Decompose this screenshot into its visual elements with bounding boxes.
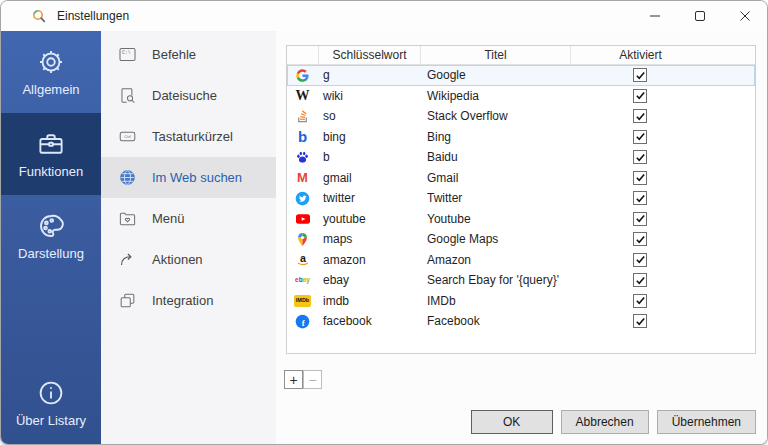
enabled-checkbox[interactable]	[633, 191, 647, 205]
sidebar-item-funktionen[interactable]: Funktionen	[1, 113, 101, 195]
menu-item-aktionen[interactable]: Aktionen	[101, 239, 276, 280]
menu-item-label: Menü	[152, 211, 185, 226]
keyword-cell: wiki	[318, 89, 420, 103]
enabled-checkbox[interactable]	[633, 171, 647, 185]
minimize-button[interactable]	[632, 1, 677, 31]
table-row[interactable]: bBaidu	[287, 147, 755, 168]
enabled-cell	[570, 253, 710, 267]
enabled-checkbox[interactable]	[633, 109, 647, 123]
check-icon	[635, 254, 646, 265]
window-title: Einstellungen	[57, 9, 129, 23]
ebay-icon: ebay	[295, 272, 311, 288]
title-cell: Google Maps	[420, 232, 570, 246]
column-header-aktiviert[interactable]: Aktiviert	[570, 46, 710, 64]
keyword-cell: facebook	[318, 314, 420, 328]
table-row[interactable]: aamazonAmazon	[287, 250, 755, 271]
ok-button[interactable]: OK	[471, 410, 553, 434]
check-icon	[635, 193, 646, 204]
table-row[interactable]: ffacebookFacebook	[287, 311, 755, 332]
list-edit-buttons: + −	[284, 370, 322, 389]
dialog-buttons: OK Abbrechen Übernehmen	[471, 410, 756, 434]
keyword-cell: maps	[318, 232, 420, 246]
twitter-icon	[295, 190, 311, 206]
column-header-icon[interactable]	[287, 46, 318, 64]
enabled-checkbox[interactable]	[633, 253, 647, 267]
sidebar-item-darstellung[interactable]: Darstellung	[1, 195, 101, 277]
row-icon-cell	[287, 231, 318, 247]
baidu-icon	[295, 149, 311, 165]
integration-icon	[118, 291, 137, 310]
add-keyword-button[interactable]: +	[284, 370, 303, 389]
svg-text:Ctrl: Ctrl	[124, 134, 130, 139]
enabled-cell	[570, 89, 710, 103]
enabled-checkbox[interactable]	[633, 68, 647, 82]
gmail-icon: M	[295, 170, 311, 186]
remove-keyword-button[interactable]: −	[303, 370, 322, 389]
menu-item-im-web-suchen[interactable]: Im Web suchen	[101, 157, 276, 198]
enabled-checkbox[interactable]	[633, 150, 647, 164]
title-cell: Amazon	[420, 253, 570, 267]
menu-item-integration[interactable]: Integration	[101, 280, 276, 321]
keyword-cell: b	[318, 150, 420, 164]
table-body: gGoogleWwikiWikipediasoStack Overflowbbi…	[287, 65, 755, 353]
menu-item-menu[interactable]: Menü	[101, 198, 276, 239]
cancel-button[interactable]: Abbrechen	[561, 410, 649, 434]
close-button[interactable]	[722, 1, 767, 31]
check-icon	[635, 131, 646, 142]
enabled-checkbox[interactable]	[633, 212, 647, 226]
menu-item-tastaturkurzel[interactable]: CtrlTastaturkürzel	[101, 116, 276, 157]
command-window-icon: C:\	[118, 45, 137, 64]
table-row[interactable]: twitterTwitter	[287, 188, 755, 209]
maximize-button[interactable]	[677, 1, 722, 31]
table-row[interactable]: mapsGoogle Maps	[287, 229, 755, 250]
table-row[interactable]: youtubeYoutube	[287, 209, 755, 230]
enabled-checkbox[interactable]	[633, 89, 647, 103]
main-panel: SchlüsselwortTitelAktiviert gGoogleWwiki…	[276, 31, 767, 444]
amazon-icon: a	[295, 252, 311, 268]
sidebar-item-allgemein[interactable]: Allgemein	[1, 31, 101, 113]
column-header-titel[interactable]: Titel	[420, 46, 570, 64]
menu-item-befehle[interactable]: C:\Befehle	[101, 34, 276, 75]
svg-text:f: f	[302, 317, 305, 327]
menu-item-label: Im Web suchen	[152, 170, 242, 185]
title-cell: Stack Overflow	[420, 109, 570, 123]
share-arrow-icon	[118, 250, 137, 269]
apply-button[interactable]: Übernehmen	[657, 410, 756, 434]
table-row[interactable]: soStack Overflow	[287, 106, 755, 127]
enabled-checkbox[interactable]	[633, 273, 647, 287]
check-icon	[635, 152, 646, 163]
enabled-checkbox[interactable]	[633, 232, 647, 246]
enabled-checkbox[interactable]	[633, 294, 647, 308]
check-icon	[635, 275, 646, 286]
enabled-checkbox[interactable]	[633, 130, 647, 144]
sidebar-item-label: Allgemein	[22, 82, 79, 97]
check-icon	[635, 111, 646, 122]
briefcase-icon	[36, 129, 66, 159]
enabled-checkbox[interactable]	[633, 314, 647, 328]
sidebar-item-uber-listary[interactable]: Über Listary	[1, 362, 101, 444]
table-row[interactable]: bbingBing	[287, 127, 755, 148]
enabled-cell	[570, 294, 710, 308]
table-row[interactable]: ebayebaySearch Ebay for '{query}'	[287, 270, 755, 291]
table-row[interactable]: gGoogle	[287, 65, 755, 86]
table-row[interactable]: IMDbimdbIMDb	[287, 291, 755, 312]
check-icon	[635, 70, 646, 81]
sidebar-item-label: Darstellung	[18, 246, 84, 261]
enabled-cell	[570, 109, 710, 123]
row-icon-cell: W	[287, 88, 318, 104]
row-icon-cell: b	[287, 129, 318, 145]
column-header-schlusselwort[interactable]: Schlüsselwort	[318, 46, 420, 64]
check-icon	[635, 295, 646, 306]
table-header: SchlüsselwortTitelAktiviert	[287, 46, 755, 65]
enabled-cell	[570, 212, 710, 226]
table-row[interactable]: WwikiWikipedia	[287, 86, 755, 107]
enabled-cell	[570, 314, 710, 328]
folder-heart-icon	[118, 209, 137, 228]
table-row[interactable]: MgmailGmail	[287, 168, 755, 189]
enabled-cell	[570, 130, 710, 144]
menu-item-dateisuche[interactable]: Dateisuche	[101, 75, 276, 116]
settings-window: Einstellungen AllgemeinFunktionenDarstel…	[0, 0, 768, 445]
title-cell: Wikipedia	[420, 89, 570, 103]
bing-icon: b	[295, 129, 311, 145]
title-cell: Twitter	[420, 191, 570, 205]
